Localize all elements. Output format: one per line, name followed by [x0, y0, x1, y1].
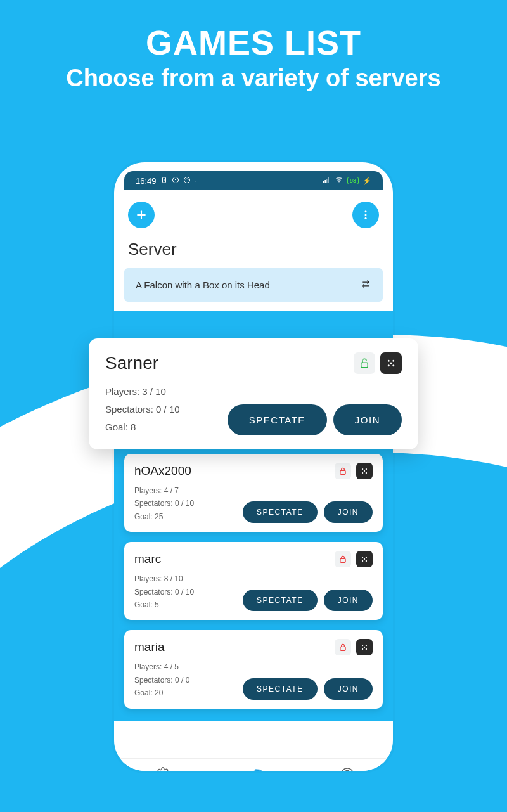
svg-point-35: [392, 360, 394, 362]
nav-profile[interactable]: Profile: [337, 767, 358, 771]
signal-icon: [322, 176, 331, 185]
svg-rect-10: [340, 470, 345, 474]
dnd-icon: [172, 176, 179, 186]
svg-point-9: [365, 217, 367, 219]
battery-saver-icon: [160, 176, 168, 186]
server-selector[interactable]: A Falcon with a Box on its Head: [124, 268, 383, 302]
room-players: Players: 3 / 10: [105, 383, 180, 401]
dice-icon: [356, 551, 373, 567]
svg-point-12: [366, 468, 367, 470]
svg-point-27: [364, 647, 365, 648]
svg-rect-22: [340, 647, 345, 651]
join-button[interactable]: JOIN: [333, 404, 402, 435]
more-menu-button[interactable]: [352, 202, 379, 228]
svg-point-26: [366, 648, 367, 650]
sync-off-icon: [183, 176, 191, 186]
nav-settings[interactable]: Settings: [149, 767, 176, 771]
cards-icon: [250, 767, 264, 771]
svg-point-36: [388, 364, 390, 366]
room-spectators: Spectators: 0 / 10: [105, 401, 180, 418]
room-goal: Goal: 5: [134, 598, 194, 611]
svg-point-8: [365, 214, 367, 216]
svg-point-13: [362, 472, 363, 474]
svg-rect-33: [361, 363, 368, 368]
room-spectators: Spectators: 0 / 10: [134, 586, 194, 598]
add-button[interactable]: [128, 202, 155, 228]
svg-point-7: [365, 210, 367, 212]
room-goal: Goal: 8: [105, 418, 180, 436]
profile-icon: [340, 767, 354, 771]
lock-closed-icon: [335, 551, 351, 567]
section-title-server: Server: [124, 235, 383, 268]
spectate-button[interactable]: SPECTATE: [243, 590, 318, 611]
dice-icon: [356, 639, 373, 655]
svg-point-15: [364, 470, 365, 472]
svg-point-20: [366, 560, 367, 562]
lock-closed-icon: [335, 639, 351, 655]
dice-icon: [356, 463, 373, 479]
room-card: maria Players: 4 / 5 Spectators: 0 / 0 G…: [124, 630, 383, 708]
bottom-nav: Settings Home Profile: [114, 758, 393, 771]
spectate-button[interactable]: SPECTATE: [228, 404, 327, 435]
join-button[interactable]: JOIN: [324, 501, 373, 523]
join-button[interactable]: JOIN: [324, 590, 373, 611]
svg-point-25: [362, 648, 363, 650]
svg-point-19: [362, 560, 363, 562]
hero-subtitle: Choose from a variety of servers: [0, 65, 507, 92]
lock-open-icon: [354, 352, 375, 374]
svg-point-4: [184, 177, 189, 183]
join-button[interactable]: JOIN: [324, 678, 373, 700]
status-time: 16:49: [136, 176, 157, 186]
svg-point-21: [364, 558, 365, 560]
svg-point-17: [362, 557, 363, 558]
battery-indicator: 98: [347, 177, 359, 184]
spectate-button[interactable]: SPECTATE: [243, 501, 318, 523]
room-goal: Goal: 20: [134, 686, 189, 699]
hero-title: GAMES LIST: [0, 23, 507, 62]
room-players: Players: 4 / 7: [134, 484, 194, 497]
room-players: Players: 4 / 5: [134, 661, 189, 673]
room-name: maria: [134, 640, 165, 654]
charging-icon: ⚡: [363, 177, 371, 185]
dice-icon: [380, 352, 402, 374]
svg-point-34: [388, 360, 390, 362]
room-spectators: Spectators: 0 / 0: [134, 674, 189, 686]
svg-point-23: [362, 645, 363, 646]
svg-rect-16: [340, 559, 345, 563]
lock-closed-icon: [335, 463, 351, 479]
room-name: Sarner: [105, 353, 158, 373]
room-players: Players: 8 / 10: [134, 572, 194, 585]
spectate-button[interactable]: SPECTATE: [243, 678, 318, 700]
svg-point-11: [362, 468, 363, 470]
status-bar: 16:49 · 98 ⚡: [124, 171, 383, 190]
nav-home[interactable]: Home: [247, 767, 267, 771]
svg-line-3: [174, 178, 177, 182]
svg-point-32: [345, 770, 349, 771]
room-spectators: Spectators: 0 / 10: [134, 497, 194, 510]
wifi-icon: [335, 176, 343, 185]
svg-rect-30: [254, 769, 261, 771]
swap-icon: [360, 278, 371, 292]
room-card: marc Players: 8 / 10 Spectators: 0 / 10 …: [124, 542, 383, 620]
svg-point-18: [366, 557, 367, 558]
hero-banner: GAMES LIST Choose from a variety of serv…: [0, 0, 507, 92]
gear-icon: [156, 767, 170, 771]
phone-frame: 16:49 · 98 ⚡: [114, 162, 393, 771]
svg-point-24: [366, 645, 367, 646]
room-goal: Goal: 25: [134, 510, 194, 523]
svg-point-38: [390, 363, 392, 364]
svg-point-14: [366, 472, 367, 474]
featured-room-card: Sarner Players: 3 / 10 Spectators: 0 / 1…: [89, 338, 418, 449]
server-name: A Falcon with a Box on its Head: [136, 280, 270, 290]
svg-point-37: [392, 364, 394, 366]
room-name: marc: [134, 552, 161, 566]
room-card: hOAx2000 Players: 4 / 7 Spectators: 0 / …: [124, 454, 383, 532]
room-name: hOAx2000: [134, 464, 191, 478]
